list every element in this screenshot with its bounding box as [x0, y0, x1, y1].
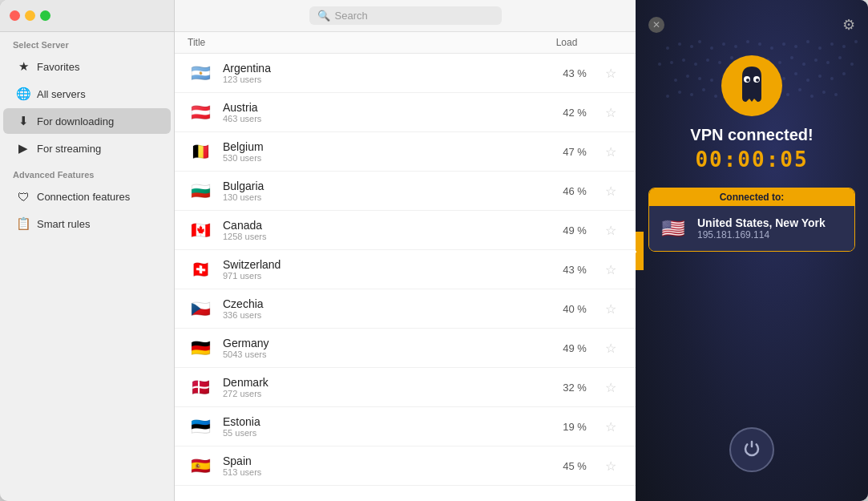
sidebar-item-all-servers[interactable]: 🌐 All servers [3, 81, 171, 107]
server-info: Switzerland 971 users [223, 258, 551, 281]
server-country-name: Denmark [223, 376, 551, 389]
server-load: 19 % [551, 421, 599, 433]
server-country-name: Germany [223, 337, 551, 349]
sidebar-item-for-downloading-label: For downloading [37, 115, 114, 127]
favorite-star-button[interactable]: ☆ [599, 341, 623, 356]
server-user-count: 1258 users [223, 232, 551, 241]
search-icon: 🔍 [317, 10, 330, 22]
connected-country-name: United States, New York [697, 216, 826, 229]
search-input[interactable] [335, 10, 494, 22]
table-row[interactable]: 🇧🇬 Bulgaria 130 users 46 % ☆ [175, 172, 636, 211]
server-country-name: Estonia [223, 415, 551, 428]
power-button[interactable] [729, 427, 774, 472]
table-row[interactable]: 🇪🇪 Estonia 55 users 19 % ☆ [175, 407, 636, 446]
select-server-label: Select Server [0, 32, 174, 53]
server-info: Denmark 272 users [223, 376, 551, 398]
server-user-count: 530 users [223, 153, 551, 163]
server-info: Czechia 336 users [223, 297, 551, 320]
server-country-name: Czechia [223, 297, 551, 310]
sidebar-item-connection-features[interactable]: 🛡 Connection features [3, 184, 171, 209]
server-info: Austria 463 users [223, 101, 551, 123]
minimize-window-button[interactable] [25, 10, 35, 21]
favorite-star-button[interactable]: ☆ [599, 105, 623, 120]
search-box[interactable]: 🔍 [309, 6, 502, 25]
panel-close-button[interactable]: ✕ [648, 17, 664, 33]
table-row[interactable]: 🇩🇰 Denmark 272 users 32 % ☆ [175, 368, 636, 407]
shield-icon: 🛡 [16, 189, 30, 204]
svg-point-68 [756, 79, 759, 82]
table-row[interactable]: 🇧🇪 Belgium 530 users 47 % ☆ [175, 132, 636, 172]
sidebar-item-connection-features-label: Connection features [37, 191, 130, 203]
cyberghost-logo [720, 54, 784, 118]
server-user-count: 272 users [223, 389, 551, 398]
table-header: Title Load [175, 32, 636, 54]
settings-gear-icon[interactable]: ⚙ [842, 16, 855, 34]
server-info: Argentina 123 users [223, 62, 551, 84]
favorite-star-button[interactable]: ☆ [599, 144, 623, 160]
sidebar-item-smart-rules-label: Smart rules [37, 218, 90, 230]
server-user-count: 971 users [223, 271, 551, 281]
col-load-header: Load [535, 37, 599, 48]
table-row[interactable]: 🇩🇪 Germany 5043 users 49 % ☆ [175, 329, 636, 368]
close-window-button[interactable] [10, 10, 20, 21]
traffic-lights [10, 10, 50, 21]
server-flag: 🇧🇬 [188, 178, 213, 204]
sidebar: Select Server ★ Favorites 🌐 All servers … [0, 0, 175, 501]
panel-titlebar: ✕ ⚙ [648, 16, 855, 34]
sidebar-item-for-downloading[interactable]: ⬇ For downloading [3, 108, 171, 134]
server-load: 46 % [551, 185, 599, 197]
favorite-star-button[interactable]: ☆ [599, 301, 623, 317]
server-country-name: Belgium [223, 140, 551, 153]
server-load: 40 % [551, 303, 599, 315]
server-info: Belgium 530 users [223, 140, 551, 163]
maximize-window-button[interactable] [40, 10, 50, 21]
server-flag: 🇩🇰 [188, 374, 213, 400]
collapse-panel-button[interactable]: » [636, 232, 644, 270]
server-flag: 🇨🇭 [188, 257, 213, 282]
sidebar-titlebar [0, 0, 174, 32]
server-info: Bulgaria 130 users [223, 180, 551, 202]
server-load: 43 % [551, 264, 599, 276]
server-flag: 🇨🇦 [188, 217, 213, 243]
server-country-name: Spain [223, 455, 551, 467]
rules-icon: 📋 [16, 216, 30, 231]
sidebar-item-for-streaming[interactable]: ▶ For streaming [3, 135, 171, 161]
favorite-star-button[interactable]: ☆ [599, 262, 623, 277]
table-row[interactable]: 🇦🇷 Argentina 123 users 43 % ☆ [175, 54, 636, 93]
server-flag: 🇪🇸 [188, 453, 213, 479]
table-row[interactable]: 🇦🇹 Austria 463 users 42 % ☆ [175, 93, 636, 132]
col-title-header: Title [188, 37, 535, 48]
vpn-timer: 00:00:05 [695, 147, 808, 172]
table-row[interactable]: 🇨🇭 Switzerland 971 users 43 % ☆ [175, 250, 636, 289]
favorite-star-button[interactable]: ☆ [599, 66, 623, 81]
svg-point-67 [746, 79, 749, 82]
server-user-count: 336 users [223, 310, 551, 320]
connected-box: Connected to: 🇺🇸 United States, New York… [648, 188, 855, 252]
table-row[interactable]: 🇨🇿 Czechia 336 users 40 % ☆ [175, 289, 636, 329]
table-row[interactable]: 🇨🇦 Canada 1258 users 49 % ☆ [175, 211, 636, 250]
server-flag: 🇪🇪 [188, 414, 213, 439]
sidebar-item-smart-rules[interactable]: 📋 Smart rules [3, 211, 171, 236]
vpn-status-text: VPN connected! [690, 126, 813, 144]
server-load: 42 % [551, 107, 599, 119]
server-flag: 🇩🇪 [188, 335, 213, 361]
advanced-features-label: Advanced Features [0, 162, 174, 183]
favorites-icon: ★ [16, 59, 30, 74]
favorite-star-button[interactable]: ☆ [599, 380, 623, 395]
server-country-name: Austria [223, 101, 551, 114]
favorite-star-button[interactable]: ☆ [599, 184, 623, 199]
streaming-icon: ▶ [16, 141, 30, 156]
server-user-count: 513 users [223, 467, 551, 477]
server-list[interactable]: 🇦🇷 Argentina 123 users 43 % ☆ 🇦🇹 Austria… [175, 54, 636, 501]
main-titlebar: 🔍 [175, 0, 636, 32]
table-row[interactable]: 🇪🇸 Spain 513 users 45 % ☆ [175, 446, 636, 486]
collapse-arrow-icon: » [636, 244, 637, 257]
server-country-name: Switzerland [223, 258, 551, 271]
favorite-star-button[interactable]: ☆ [599, 459, 623, 474]
server-flag: 🇨🇿 [188, 296, 213, 321]
server-load: 47 % [551, 146, 599, 158]
favorite-star-button[interactable]: ☆ [599, 223, 623, 238]
favorite-star-button[interactable]: ☆ [599, 419, 623, 434]
connected-details: United States, New York 195.181.169.114 [697, 216, 826, 240]
sidebar-item-favorites[interactable]: ★ Favorites [3, 54, 171, 79]
